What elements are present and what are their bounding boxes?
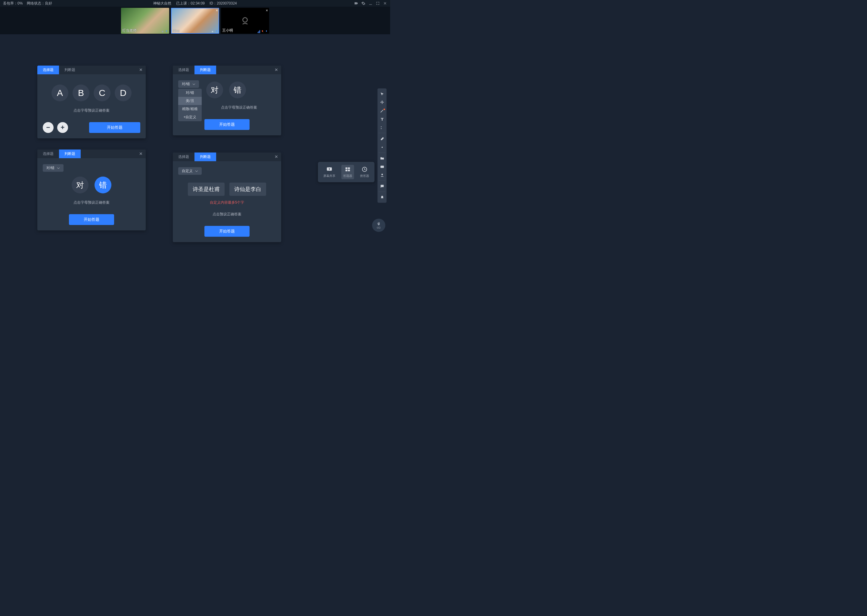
text-tool[interactable] [378,115,386,123]
dropdown-label: 对/错 [46,165,55,171]
svg-rect-10 [345,170,347,171]
custom-option[interactable]: 诗圣是杜甫 [188,182,225,196]
judge-type-dropdown[interactable]: 对/错 对/错 美/丑 精致/粗糙 +自定义 [178,80,199,88]
start-answer-button[interactable]: 开始答题 [204,119,249,130]
popup-label: 答题器 [343,174,352,178]
quiz-panel-judge-selected: 选择题 判断题 ✕ 对/错 对 错 点击字母预设正确答案 开始答题 [37,149,146,230]
cursor-tool[interactable] [378,90,386,97]
plus-button[interactable]: + [57,122,68,133]
class-id-label: ID：2020070324 [210,1,237,6]
hint-text: 点击字母预设正确答案 [43,108,140,113]
answer-option-b[interactable]: B [73,85,90,101]
participant-name: Nina [172,29,180,33]
minimize-icon[interactable] [369,1,373,5]
hint-text: 点击字母预设正确答案 [43,200,140,205]
svg-point-3 [243,18,247,22]
true-option[interactable]: 对 [72,176,88,193]
answer-option-d[interactable]: D [115,85,132,101]
video-tile-camera-off[interactable]: × 王小明 [221,8,269,34]
buzzer-button[interactable]: 抢答器 [358,165,371,179]
fullscreen-icon[interactable] [376,1,380,5]
close-icon[interactable]: ✕ [274,68,278,72]
start-answer-button[interactable]: 开始答题 [69,214,114,225]
svg-point-2 [212,31,213,32]
participant-name: 王小明 [222,28,233,33]
close-icon[interactable]: ✕ [274,154,278,159]
tab-judge[interactable]: 判断题 [194,152,216,161]
screen-share-button[interactable]: 屏幕共享 [322,165,337,179]
target-icon [211,30,214,33]
judge-type-dropdown[interactable]: 自定义 [178,167,202,175]
move-tool[interactable] [378,99,386,106]
answer-tool-button[interactable]: 答题器 [341,165,354,179]
tab-choice[interactable]: 选择题 [173,66,194,74]
close-icon[interactable]: × [266,8,268,13]
start-answer-button[interactable]: 开始答题 [89,122,140,133]
chevron-down-icon [57,167,60,170]
mic-on-icon [165,30,168,33]
false-option[interactable]: 错 [229,82,246,98]
chevron-down-icon [195,170,198,173]
class-title: 神秘大自然 [153,1,171,6]
tab-judge[interactable]: 判断题 [59,66,81,74]
close-icon[interactable]: × [216,8,218,13]
close-icon[interactable]: ✕ [139,151,143,156]
raise-hand-badge[interactable]: 0/2 [372,218,385,232]
tab-choice[interactable]: 选择题 [37,66,59,74]
svg-point-6 [381,174,383,175]
quiz-panel-custom: 选择题 判断题 ✕ 自定义 诗圣是杜甫 诗仙是李白 自定义内容最多5个字 点击预… [173,152,281,242]
camera-icon[interactable] [354,1,358,5]
dropdown-menu: 对/错 美/丑 精致/粗糙 +自定义 [178,89,202,121]
answer-option-a[interactable]: A [52,85,68,101]
tab-choice[interactable]: 选择题 [37,149,59,158]
laser-tool[interactable] [378,143,386,151]
svg-point-0 [162,31,164,33]
settings-icon[interactable] [361,1,366,5]
eraser-tool[interactable] [378,135,386,142]
svg-rect-9 [348,168,350,169]
scissors-tool[interactable] [378,124,386,131]
quiz-panel-choice: 选择题 判断题 ✕ A B C D 点击字母预设正确答案 − + 开始答题 [37,66,146,138]
tab-judge[interactable]: 判断题 [194,66,216,74]
tab-choice[interactable]: 选择题 [173,152,194,161]
hint-text: 点击预设正确答案 [178,212,276,217]
start-answer-button[interactable]: 开始答题 [204,226,249,237]
dropdown-option[interactable]: 对/错 [178,89,202,97]
judge-type-dropdown[interactable]: 对/错 [43,164,63,172]
svg-rect-11 [348,170,350,171]
close-icon[interactable] [383,1,387,5]
mic-on-icon [265,30,268,33]
bell-tool[interactable] [378,194,386,201]
answer-option-c[interactable]: C [94,85,110,101]
pen-tool[interactable] [378,107,386,114]
mic-icon [161,30,164,33]
dropdown-option[interactable]: 精致/粗糙 [178,105,202,113]
video-tile-teacher[interactable]: 叮当老师 [121,8,169,34]
minus-button[interactable]: − [43,122,54,133]
false-option-selected[interactable]: 错 [95,176,111,193]
tab-judge[interactable]: 判断题 [59,149,81,158]
network-status-label: 网络状态：良好 [27,1,52,6]
apps-tool[interactable] [378,163,386,170]
dropdown-option[interactable]: +自定义 [178,113,202,121]
video-tile-student-active[interactable]: × Nina [171,8,219,34]
chat-tool[interactable] [378,182,386,190]
tools-popup: 屏幕共享 答题器 抢答器 [318,162,375,182]
dropdown-option[interactable]: 美/丑 [178,97,202,105]
mic-on-icon [215,30,218,33]
user-tool[interactable] [378,171,386,179]
true-option[interactable]: 对 [206,82,223,98]
mic-muted-icon [261,30,264,33]
warning-text: 自定义内容最多5个字 [178,200,276,205]
folder-tool[interactable] [378,155,386,162]
svg-rect-5 [380,165,383,168]
packet-loss-label: 丢包率：0% [3,1,22,6]
custom-option[interactable]: 诗仙是李白 [229,182,266,196]
close-icon[interactable]: ✕ [139,68,143,72]
svg-point-4 [381,146,383,148]
hint-text: 点击字母预设正确答案 [202,105,276,110]
right-toolbar [377,88,386,203]
dropdown-label: 自定义 [182,168,193,174]
top-bar: 丢包率：0% 网络状态：良好 神秘大自然 已上课：02:34:09 ID：202… [0,0,390,6]
popup-label: 抢答器 [360,174,369,178]
